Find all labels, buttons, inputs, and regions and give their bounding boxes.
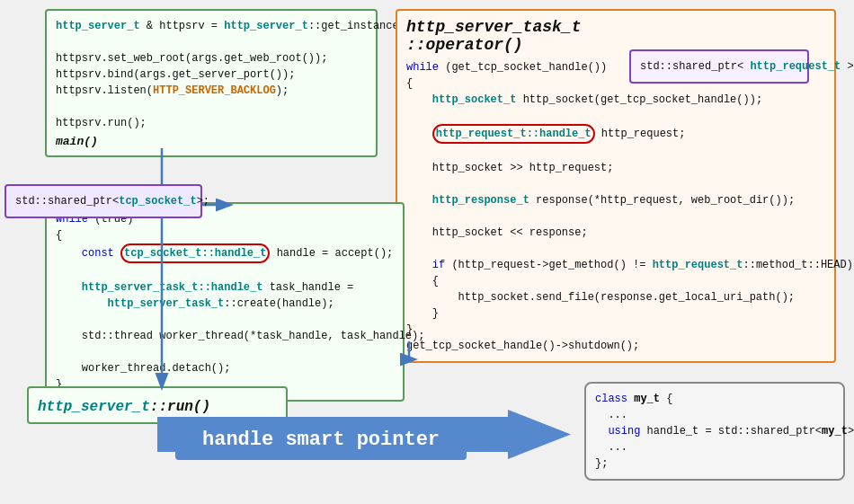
code-line: ... [595, 407, 834, 423]
code-line: } [406, 322, 825, 338]
code-line [406, 144, 825, 160]
code-line [406, 241, 825, 257]
main-box: http_server_t & httpsrv = http_server_t:… [45, 9, 378, 157]
code-line [56, 344, 394, 360]
code-line: http_server_task_t::handle_t task_handle… [56, 279, 394, 296]
code-line [406, 208, 825, 225]
code-line: http_socket.send_file(response.get_local… [406, 289, 825, 305]
tcp-shared-ptr-text: std::shared_ptr<tcp_socket_t>; [15, 193, 191, 209]
code-line: http_request_t::handle_t http_request; [406, 124, 825, 144]
code-line: ... [595, 439, 834, 455]
code-line: }; [595, 455, 834, 472]
code-line: class my_t { [595, 391, 834, 407]
code-line: } [406, 305, 825, 322]
shared-ptr-http-text: std::shared_ptr< http_request_t > [640, 58, 798, 75]
run-body-box: while (true) { const tcp_socket_t::handl… [45, 202, 405, 402]
code-line: { [406, 273, 825, 289]
code-line: httpsrv.bind(args.get_server_port()); [56, 66, 367, 83]
code-line: using handle_t = std::shared_ptr<my_t>; [595, 423, 834, 439]
code-line: http_server_task_t::create(handle); [56, 296, 394, 312]
code-line: httpsrv.listen(HTTP_SERVER_BACKLOG); [56, 83, 367, 99]
code-line: http_socket >> http_request; [406, 160, 825, 176]
code-line [56, 263, 394, 279]
code-line: http_response_t response(*http_request, … [406, 192, 825, 208]
code-line [406, 176, 825, 192]
operator-title: http_server_task_t::operator() [406, 18, 825, 54]
code-line: httpsrv.set_web_root(args.get_web_root()… [56, 50, 367, 66]
code-line: http_socket << response; [406, 225, 825, 241]
tcp-shared-ptr-box: std::shared_ptr<tcp_socket_t>; [4, 184, 202, 218]
code-line [56, 34, 367, 50]
code-line: const tcp_socket_t::handle_t handle = ac… [56, 243, 394, 263]
code-line: std::thread worker_thread(*task_handle, … [56, 328, 394, 344]
code-line: worker_thread.detach(); [56, 360, 394, 376]
code-line: get_tcp_socket_handle()->shutdown(); [406, 338, 825, 354]
code-line [406, 108, 825, 124]
code-line: http_server_t & httpsrv = http_server_t:… [56, 18, 367, 34]
main-title: main() [56, 135, 367, 148]
code-line: { [56, 227, 394, 243]
code-line: httpsrv.run(); [56, 115, 367, 131]
code-line: if (http_request->get_method() != http_r… [406, 257, 825, 273]
code-line [56, 99, 367, 115]
shared-ptr-http-box: std::shared_ptr< http_request_t > [629, 49, 809, 84]
code-line [56, 312, 394, 328]
code-line: http_socket_t http_socket(get_tcp_socket… [406, 92, 825, 108]
handle-smart-pointer-label: handle smart pointer [175, 420, 467, 460]
class-myt-box: class my_t { ... using handle_t = std::s… [584, 382, 845, 481]
